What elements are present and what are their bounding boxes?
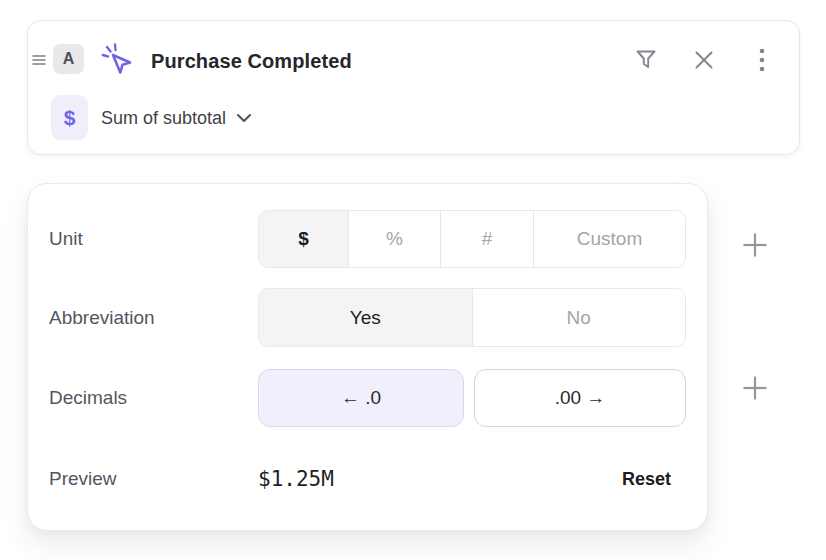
metric-label: Sum of subtotal bbox=[101, 107, 226, 129]
close-button[interactable] bbox=[691, 47, 717, 73]
filter-button[interactable] bbox=[633, 47, 659, 73]
kebab-menu-icon bbox=[759, 48, 765, 72]
unit-label: Unit bbox=[49, 228, 83, 250]
event-group-badge[interactable]: A bbox=[53, 44, 84, 74]
abbreviation-segmented-control: Yes No bbox=[258, 288, 686, 347]
reset-button[interactable]: Reset bbox=[622, 468, 671, 490]
more-options-button[interactable] bbox=[749, 47, 775, 73]
unit-option-number[interactable]: # bbox=[441, 211, 534, 267]
number-format-panel: Unit $ % # Custom Abbreviation Yes No De… bbox=[27, 183, 708, 531]
event-card: A Purchase Completed bbox=[27, 20, 800, 155]
unit-option-dollar[interactable]: $ bbox=[259, 211, 349, 267]
metric-selector[interactable]: $ Sum of subtotal bbox=[51, 95, 252, 140]
metric-unit-badge: $ bbox=[51, 95, 88, 140]
event-card-actions bbox=[633, 47, 775, 73]
unit-option-percent[interactable]: % bbox=[349, 211, 441, 267]
abbreviation-option-no[interactable]: No bbox=[473, 289, 686, 346]
add-metric-button[interactable] bbox=[741, 374, 769, 402]
plus-icon bbox=[742, 232, 768, 258]
click-cursor-icon bbox=[100, 42, 136, 82]
x-icon bbox=[694, 50, 714, 70]
event-title[interactable]: Purchase Completed bbox=[151, 49, 352, 73]
preview-value: $1.25M bbox=[258, 466, 334, 492]
decimals-label: Decimals bbox=[49, 387, 127, 409]
funnel-icon bbox=[634, 47, 658, 73]
drag-handle-icon[interactable] bbox=[31, 52, 47, 68]
plus-icon bbox=[742, 375, 768, 401]
abbreviation-option-yes[interactable]: Yes bbox=[259, 289, 473, 346]
abbreviation-label: Abbreviation bbox=[49, 307, 155, 329]
unit-segmented-control: $ % # Custom bbox=[258, 210, 686, 268]
decimals-increase-button[interactable]: .00 → bbox=[474, 369, 686, 427]
decimals-decrease-button[interactable]: ← .0 bbox=[258, 369, 464, 427]
preview-label: Preview bbox=[49, 468, 117, 490]
chevron-down-icon bbox=[236, 113, 252, 123]
unit-option-custom[interactable]: Custom bbox=[534, 211, 685, 267]
add-metric-button[interactable] bbox=[741, 231, 769, 259]
